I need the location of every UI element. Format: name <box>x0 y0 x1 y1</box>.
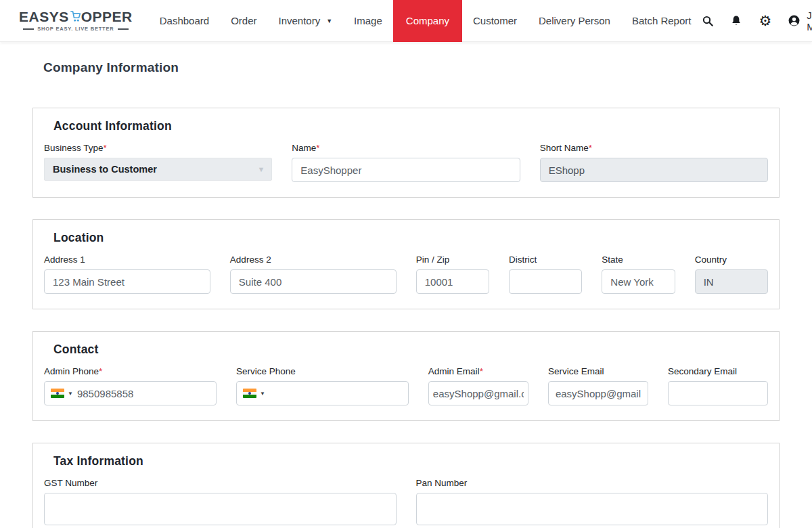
india-flag-icon <box>51 389 64 398</box>
nav-item-batch-report[interactable]: Batch Report <box>621 0 702 42</box>
main-nav: Dashboard Order Inventory ▼ Image Compan… <box>149 0 702 42</box>
india-flag-icon <box>243 389 256 398</box>
nav-item-dashboard[interactable]: Dashboard <box>149 0 220 42</box>
caret-down-icon: ▼ <box>260 391 265 397</box>
tagline-rule-left <box>23 28 34 30</box>
tagline-rule-right <box>118 28 129 30</box>
bell-icon[interactable] <box>730 14 742 28</box>
name-input[interactable] <box>292 158 520 182</box>
address1-field: Address 1 <box>44 255 210 294</box>
country-label: Country <box>695 255 768 265</box>
gst-number-label: GST Number <box>44 478 397 488</box>
address2-field: Address 2 <box>230 255 397 294</box>
tagline-text: SHOP EASY. LIVE BETTER <box>37 26 114 32</box>
service-email-field: Service Email <box>548 366 648 405</box>
nav-item-delivery-person[interactable]: Delivery Person <box>528 0 621 42</box>
gear-icon[interactable]: ⚙ <box>759 14 771 28</box>
tax-section-title: Tax Information <box>53 454 768 468</box>
short-name-label: Short Name* <box>540 143 768 153</box>
brand-tagline: SHOP EASY. LIVE BETTER <box>23 26 128 32</box>
page-title: Company Information <box>43 60 812 75</box>
admin-email-field: Admin Email* <box>428 366 528 405</box>
phone-country-selector[interactable]: ▼ <box>51 389 73 398</box>
nav-item-inventory-label: Inventory <box>278 15 320 26</box>
address1-input[interactable] <box>44 269 210 294</box>
district-input[interactable] <box>509 269 582 294</box>
nav-item-image[interactable]: Image <box>343 0 393 42</box>
admin-email-input[interactable] <box>428 381 528 405</box>
nav-item-inventory[interactable]: Inventory ▼ <box>267 0 343 42</box>
account-section-title: Account Information <box>53 119 768 133</box>
pan-number-input[interactable] <box>416 493 769 525</box>
navbar-actions: ⚙ John Miller ▼ <box>702 9 812 32</box>
service-phone-input[interactable] <box>265 382 408 405</box>
business-type-label: Business Type* <box>44 143 272 153</box>
address1-label: Address 1 <box>44 255 210 265</box>
district-field: District <box>509 255 582 294</box>
search-icon[interactable] <box>702 14 714 28</box>
user-name: John Miller <box>807 9 812 32</box>
cart-icon <box>70 9 81 24</box>
pin-zip-label: Pin / Zip <box>416 255 489 265</box>
pin-zip-field: Pin / Zip <box>416 255 489 294</box>
short-name-field: Short Name* <box>540 143 768 182</box>
contact-section-title: Contact <box>53 343 768 357</box>
secondary-email-label: Secondary Email <box>668 366 768 376</box>
service-email-label: Service Email <box>548 366 648 376</box>
admin-phone-label: Admin Phone* <box>44 366 217 376</box>
country-input <box>695 269 768 294</box>
admin-email-label: Admin Email* <box>428 366 528 376</box>
business-type-field: Business Type* Business to Customer ▼ <box>44 143 272 182</box>
pan-number-label: Pan Number <box>416 478 769 488</box>
nav-item-customer[interactable]: Customer <box>462 0 528 42</box>
user-menu[interactable]: John Miller <box>788 9 812 32</box>
admin-phone-field: Admin Phone* ▼ <box>44 366 217 405</box>
district-label: District <box>509 255 582 265</box>
state-input[interactable] <box>602 269 675 294</box>
chevron-down-icon: ▼ <box>257 165 265 173</box>
pin-zip-input[interactable] <box>416 269 489 294</box>
gst-number-field: GST Number <box>44 478 397 525</box>
service-phone-box: ▼ <box>236 381 409 405</box>
top-navbar: EASYS OPPER SHOP EASY. LIVE BETTER Dashb… <box>0 0 812 42</box>
service-phone-field: Service Phone ▼ <box>236 366 409 405</box>
admin-phone-input[interactable] <box>73 382 216 405</box>
country-field: Country <box>695 255 768 294</box>
tax-information-card: Tax Information GST Number Pan Number <box>32 443 780 528</box>
nav-item-company[interactable]: Company <box>393 0 462 42</box>
business-type-select[interactable]: Business to Customer ▼ <box>44 158 272 181</box>
state-field: State <box>602 255 675 294</box>
business-type-value: Business to Customer <box>53 164 157 175</box>
secondary-email-field: Secondary Email <box>668 366 768 405</box>
chevron-down-icon: ▼ <box>326 18 332 24</box>
state-label: State <box>602 255 675 265</box>
location-card: Location Address 1 Address 2 Pin / Zip D… <box>32 219 780 309</box>
name-field: Name* <box>292 143 520 182</box>
brand-name-left: EASYS <box>19 9 69 24</box>
address2-input[interactable] <box>230 269 397 294</box>
address2-label: Address 2 <box>230 255 397 265</box>
account-information-card: Account Information Business Type* Busin… <box>32 108 780 198</box>
brand-logo[interactable]: EASYS OPPER SHOP EASY. LIVE BETTER <box>19 9 133 32</box>
contact-card: Contact Admin Phone* ▼ Service Phone <box>32 331 780 421</box>
user-icon <box>788 14 800 28</box>
phone-country-selector[interactable]: ▼ <box>243 389 265 398</box>
admin-phone-box: ▼ <box>44 381 217 405</box>
service-email-input[interactable] <box>548 381 648 405</box>
nav-item-order[interactable]: Order <box>220 0 267 42</box>
secondary-email-input[interactable] <box>668 381 768 405</box>
caret-down-icon: ▼ <box>68 391 73 397</box>
short-name-input <box>540 158 768 182</box>
brand-name-right: OPPER <box>81 9 133 24</box>
service-phone-label: Service Phone <box>236 366 409 376</box>
gst-number-input[interactable] <box>44 493 397 525</box>
name-label: Name* <box>292 143 520 153</box>
location-section-title: Location <box>53 231 768 245</box>
pan-number-field: Pan Number <box>416 478 769 525</box>
